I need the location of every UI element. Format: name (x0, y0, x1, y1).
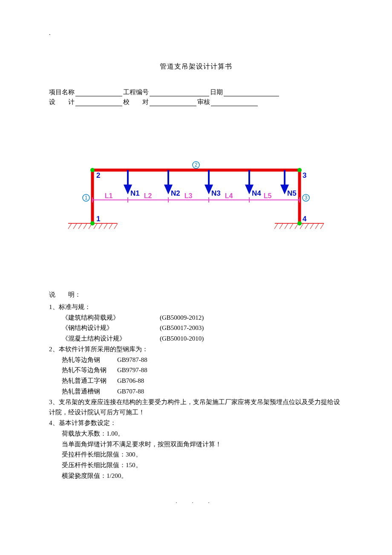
frame-diagram-svg: 123 1 2 3 4 N1 N2 N3 N4 N5 L1 L2 L3 (64, 153, 328, 230)
svg-marker-35 (246, 185, 252, 192)
s4-item-4: 横梁挠度限值：1/200。 (62, 471, 343, 481)
s4-item-1: 当单面角焊缝计算不满足要求时，按照双面角焊缝计算！ (62, 439, 343, 450)
project-field[interactable] (75, 89, 122, 96)
top-dot: . (49, 30, 343, 37)
svg-line-2 (68, 223, 72, 229)
explain-heading: 说 明： (49, 289, 343, 300)
node-2: 2 (96, 171, 100, 179)
svg-point-38 (90, 221, 95, 225)
section-2-title: 2、本软件计算所采用的型钢库为： (49, 344, 343, 355)
s1-item-0-name: 《建筑结构荷载规》 (62, 312, 160, 323)
svg-line-20 (315, 223, 319, 229)
svg-marker-33 (206, 185, 212, 192)
check-label: 校 对 (123, 98, 149, 106)
span-L1: L1 (105, 192, 113, 199)
engno-field[interactable] (150, 89, 209, 96)
meta-row-1: 项目名称 工程编号 日期 (49, 88, 343, 96)
s4-item-3: 受压杆件长细比限值：150。 (62, 460, 343, 471)
date-label: 日期 (210, 88, 223, 96)
design-field[interactable] (75, 98, 122, 106)
svg-line-11 (114, 223, 118, 229)
svg-line-14 (285, 223, 288, 229)
svg-marker-31 (165, 185, 171, 192)
span-L2: L2 (144, 192, 152, 199)
date-field[interactable] (224, 89, 279, 96)
force-N4: N4 (252, 189, 261, 197)
svg-line-21 (320, 223, 324, 229)
node-1: 1 (96, 215, 100, 223)
svg-text:1: 1 (85, 195, 88, 201)
s2-item-3-code: GB707-88 (117, 386, 144, 397)
svg-line-3 (73, 223, 77, 229)
force-N1: N1 (130, 189, 140, 197)
s2-item-2-code: GB706-88 (117, 376, 144, 386)
svg-line-5 (84, 223, 87, 229)
svg-line-12 (274, 223, 278, 229)
meta-row-2: 设 计 校 对 审核 (49, 98, 343, 106)
s1-item-2-name: 《混凝土结构设计规》 (62, 333, 160, 344)
structural-diagram: 123 1 2 3 4 N1 N2 N3 N4 N5 L1 L2 L3 (49, 153, 343, 230)
s4-item-0: 荷载放大系数：1.00。 (62, 428, 343, 439)
project-label: 项目名称 (49, 88, 75, 96)
force-N3: N3 (211, 189, 221, 197)
s4-item-2: 受拉杆件长细比限值：300。 (62, 449, 343, 460)
node-4: 4 (303, 215, 307, 223)
svg-line-19 (310, 223, 314, 229)
review-label: 审核 (197, 98, 210, 106)
s2-item-0-name: 热轧等边角钢 (62, 355, 117, 365)
document-title: 管道支吊架设计计算书 (49, 62, 343, 71)
span-L3: L3 (184, 192, 193, 199)
s1-item-1-name: 《钢结构设计规》 (62, 323, 160, 333)
node-3: 3 (303, 171, 306, 179)
svg-line-18 (305, 223, 308, 229)
span-L5: L5 (264, 192, 272, 199)
svg-text:3: 3 (305, 195, 308, 201)
svg-line-15 (290, 223, 293, 229)
span-L4: L4 (225, 192, 233, 199)
svg-line-9 (104, 223, 107, 229)
section-1-title: 1、标准与规： (49, 302, 343, 312)
svg-marker-29 (125, 185, 131, 192)
svg-line-10 (109, 223, 112, 229)
s2-item-3-name: 热轧普通槽钢 (62, 386, 117, 397)
engno-label: 工程编号 (123, 88, 149, 96)
s1-item-0-code: (GB50009-2012) (160, 312, 204, 323)
svg-line-4 (78, 223, 82, 229)
svg-line-13 (280, 223, 283, 229)
section-3-text: 3、支吊架的支座应连接在结构的主要受力构件上，支吊架施工厂家应将支吊架预埋点位以… (49, 397, 343, 418)
design-label: 设 计 (49, 98, 75, 106)
s2-item-1-name: 热轧不等边角钢 (62, 365, 117, 376)
review-field[interactable] (211, 98, 258, 106)
footer-dots: . . . (49, 498, 343, 505)
svg-line-8 (99, 223, 102, 229)
svg-point-41 (297, 221, 302, 225)
s1-item-1-code: (GB50017-2003) (160, 323, 204, 333)
svg-text:2: 2 (195, 162, 198, 168)
section-4-title: 4、基本计算参数设定： (49, 418, 343, 428)
check-field[interactable] (150, 98, 196, 106)
force-N5: N5 (287, 189, 297, 197)
svg-point-40 (297, 168, 302, 172)
force-N2: N2 (171, 189, 180, 197)
s2-item-2-name: 热轧普通工字钢 (62, 376, 117, 386)
svg-marker-37 (282, 185, 288, 192)
svg-point-39 (90, 168, 95, 172)
s1-item-2-code: (GB50010-2010) (160, 333, 204, 344)
s2-item-1-code: GB9797-88 (117, 365, 147, 376)
s2-item-0-code: GB9787-88 (117, 355, 147, 365)
